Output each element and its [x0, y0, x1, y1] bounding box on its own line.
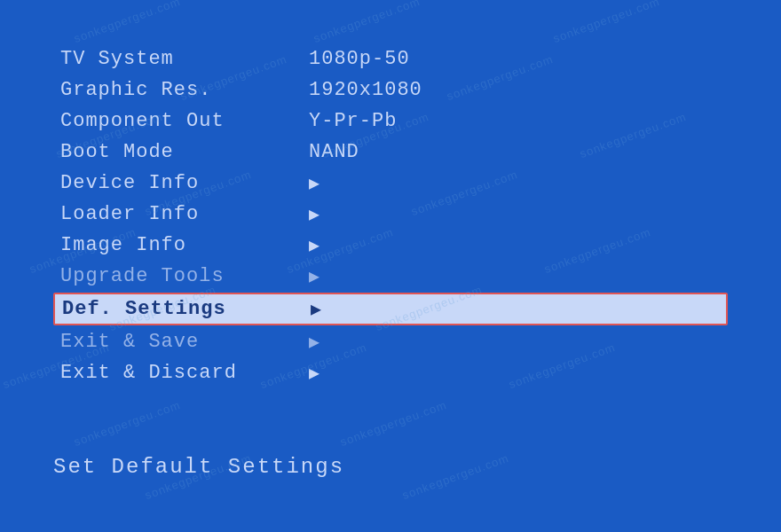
menu-item-label-upgrade-tools: Upgrade Tools [60, 265, 309, 287]
status-text: Set Default Settings [53, 455, 344, 479]
menu-item-label-boot-mode: Boot Mode [60, 141, 309, 163]
menu-item-graphic-res[interactable]: Graphic Res.1920x1080 [53, 75, 728, 105]
menu-item-boot-mode[interactable]: Boot ModeNAND [53, 137, 728, 167]
bios-menu: TV System1080p-50Graphic Res.1920x1080Co… [53, 44, 728, 387]
menu-item-component-out[interactable]: Component OutY-Pr-Pb [53, 106, 728, 136]
menu-item-label-exit-discard: Exit & Discard [60, 362, 309, 384]
menu-item-label-tv-system: TV System [60, 48, 309, 70]
menu-item-exit-discard[interactable]: Exit & Discard ▶ [53, 358, 728, 387]
menu-item-arrow-device-info: ▶ [309, 172, 320, 194]
menu-item-label-graphic-res: Graphic Res. [60, 79, 309, 101]
menu-item-value-tv-system: 1080p-50 [309, 48, 410, 70]
menu-item-value-component-out: Y-Pr-Pb [309, 110, 397, 132]
menu-item-arrow-exit-save: ▶ [309, 331, 320, 353]
menu-item-arrow-loader-info: ▶ [309, 203, 320, 225]
menu-item-upgrade-tools[interactable]: Upgrade Tools ▶ [53, 262, 728, 291]
menu-item-label-device-info: Device Info [60, 172, 309, 194]
menu-item-label-loader-info: Loader Info [60, 203, 309, 225]
menu-item-value-boot-mode: NAND [309, 141, 359, 163]
menu-item-image-info[interactable]: Image Info ▶ [53, 231, 728, 260]
menu-item-value-graphic-res: 1920x1080 [309, 79, 422, 101]
menu-item-label-component-out: Component Out [60, 110, 309, 132]
menu-item-loader-info[interactable]: Loader Info ▶ [53, 200, 728, 229]
menu-item-arrow-def-settings: ▶ [311, 298, 322, 320]
menu-item-arrow-exit-discard: ▶ [309, 362, 320, 384]
menu-item-def-settings[interactable]: Def. Settings ▶ [53, 293, 728, 325]
menu-item-arrow-upgrade-tools: ▶ [309, 265, 320, 287]
menu-item-label-def-settings: Def. Settings [62, 298, 311, 320]
bios-screen: sonkegpergeu.comsonkegpergeu.comsonkegpe… [0, 0, 781, 532]
menu-item-label-exit-save: Exit & Save [60, 331, 309, 353]
menu-item-device-info[interactable]: Device Info ▶ [53, 168, 728, 198]
menu-item-label-image-info: Image Info [60, 234, 309, 256]
menu-item-arrow-image-info: ▶ [309, 234, 320, 256]
menu-item-exit-save[interactable]: Exit & Save ▶ [53, 327, 728, 356]
status-bar: Set Default Settings [53, 455, 728, 479]
menu-item-tv-system[interactable]: TV System1080p-50 [53, 44, 728, 74]
